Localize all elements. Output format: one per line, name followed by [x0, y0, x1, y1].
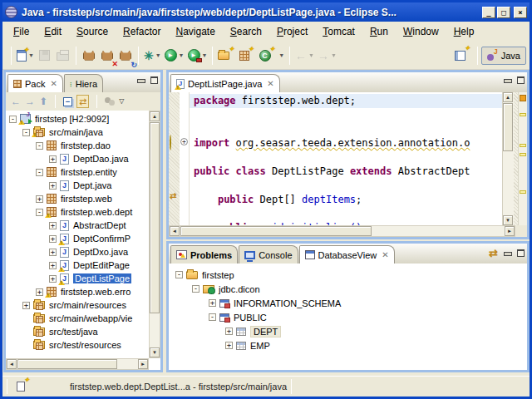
menu-search[interactable]: Search: [223, 23, 269, 40]
tab-type-hierarchy[interactable]: ⁝ Hiera: [64, 74, 103, 92]
scroll-up-icon[interactable]: ▲: [150, 111, 160, 121]
fast-view-button[interactable]: ✦: [15, 377, 33, 397]
link-with-editor-button[interactable]: ⇄: [76, 95, 89, 108]
expand-imports-icon[interactable]: +: [180, 138, 188, 145]
tree-row-selected[interactable]: DEPT: [175, 324, 527, 338]
warning-annotation-icon[interactable]: [170, 135, 171, 150]
tree-row[interactable]: src/main/webapp/vie: [9, 312, 149, 325]
maximize-view-icon[interactable]: [150, 76, 158, 84]
up-button[interactable]: ⬆: [39, 96, 47, 107]
menu-project[interactable]: Project: [269, 23, 315, 40]
scrollbar-thumb[interactable]: [17, 359, 117, 369]
minimize-view-icon[interactable]: [504, 249, 511, 257]
tomcat-stop-button[interactable]: ✕: [98, 46, 116, 66]
tree-row[interactable]: src/main/java: [9, 126, 149, 139]
tree-row[interactable]: JDeptConfirmP: [9, 232, 149, 245]
menu-run[interactable]: Run: [362, 23, 396, 40]
menu-edit[interactable]: Edit: [37, 23, 69, 40]
menu-source[interactable]: Source: [69, 23, 116, 40]
tree-row[interactable]: JDept.java: [9, 179, 149, 192]
minimize-button[interactable]: _: [482, 7, 495, 18]
new-package-button[interactable]: ✦: [238, 46, 258, 66]
expander-icon[interactable]: [36, 169, 43, 176]
tree-row[interactable]: jdbc.dicon: [175, 282, 527, 296]
tree-row[interactable]: JDeptDxo.java: [9, 245, 149, 259]
java-perspective-button[interactable]: Java: [481, 47, 526, 65]
expander-icon[interactable]: [49, 275, 57, 283]
minimize-view-icon[interactable]: [137, 76, 145, 84]
expander-icon[interactable]: [49, 249, 57, 256]
save-button[interactable]: [36, 46, 54, 66]
expander-icon[interactable]: [49, 155, 57, 163]
menu-help[interactable]: Help: [446, 23, 482, 40]
tomcat-restart-button[interactable]: ↻: [116, 46, 135, 66]
expander-icon[interactable]: [225, 328, 233, 335]
scroll-right-icon[interactable]: ►: [138, 359, 148, 369]
tomcat-start-button[interactable]: [80, 46, 98, 66]
back-button[interactable]: ←▼: [293, 46, 316, 66]
menu-window[interactable]: Window: [396, 23, 446, 40]
tab-console[interactable]: Console: [239, 245, 298, 264]
close-tab-icon[interactable]: ✕: [267, 80, 273, 88]
expander-icon[interactable]: [36, 288, 43, 296]
scrollbar-thumb[interactable]: [503, 103, 513, 151]
tab-package-explorer[interactable]: Pack ✕: [7, 74, 63, 92]
override-annotation-icon[interactable]: ⇄: [170, 192, 176, 200]
menu-tomcat[interactable]: Tomcat: [315, 23, 362, 40]
expander-icon[interactable]: [36, 142, 43, 150]
scrollbar-thumb[interactable]: [150, 122, 160, 313]
maximize-view-icon[interactable]: [517, 249, 525, 257]
tree-row[interactable]: INFORMATION_SCHEMA: [175, 296, 527, 310]
external-tools-button[interactable]: ►▼: [186, 46, 209, 66]
tree-row[interactable]: JDeptDao.java: [9, 152, 149, 165]
tree-row[interactable]: src/main/resources: [9, 298, 149, 312]
menu-file[interactable]: File: [6, 23, 37, 40]
minimize-view-icon[interactable]: [504, 76, 511, 84]
expander-icon[interactable]: [36, 209, 43, 216]
scrollbar-thumb[interactable]: [180, 226, 372, 236]
collapse-all-button[interactable]: −: [63, 97, 72, 106]
menu-refactor[interactable]: Refactor: [116, 23, 168, 40]
expander-icon[interactable]: [49, 222, 57, 229]
scroll-left-icon[interactable]: ◄: [7, 359, 17, 369]
overview-ruler[interactable]: [518, 92, 527, 225]
tab-problems[interactable]: Problems: [170, 245, 238, 264]
tree-row[interactable]: firststep: [175, 268, 527, 282]
expander-icon[interactable]: [49, 235, 57, 243]
run-button[interactable]: ►▼: [163, 46, 186, 66]
back-history-button[interactable]: ←: [11, 96, 21, 107]
tree-row[interactable]: JAbstractDept: [9, 219, 149, 232]
tree-row[interactable]: firststep.web.erro: [9, 285, 149, 298]
view-menu-button[interactable]: ▽: [119, 96, 124, 107]
print-button[interactable]: [54, 46, 72, 66]
forward-button[interactable]: →▼: [316, 46, 338, 66]
tree-row[interactable]: firststep.entity: [9, 165, 149, 179]
close-tab-icon[interactable]: ✕: [50, 80, 57, 88]
vertical-scrollbar[interactable]: ▲ ▼: [149, 111, 160, 358]
expander-icon[interactable]: [225, 342, 233, 349]
tree-row[interactable]: src/test/java: [9, 325, 149, 338]
expander-icon[interactable]: [192, 285, 200, 293]
forward-history-button[interactable]: →: [25, 96, 35, 107]
debug-button[interactable]: ✳▼: [142, 46, 163, 66]
overview-warning-mark[interactable]: [520, 190, 526, 194]
tree-row[interactable]: firststep [H2:9092]: [9, 112, 149, 126]
overview-warning-mark[interactable]: [520, 153, 526, 156]
tree-row[interactable]: firststep.dao: [9, 139, 149, 152]
tree-row[interactable]: src/test/resources: [9, 338, 149, 352]
editor-vertical-scrollbar[interactable]: ▲ ▼: [502, 92, 514, 225]
scroll-left-icon[interactable]: ◄: [170, 226, 180, 236]
code-area[interactable]: package firststep.web.dept; import org.s…: [190, 92, 502, 225]
close-button[interactable]: ×: [514, 7, 527, 18]
menu-navigate[interactable]: Navigate: [168, 23, 222, 40]
expander-icon[interactable]: [49, 182, 57, 190]
tree-row[interactable]: firststep.web: [9, 192, 149, 205]
expander-icon[interactable]: [22, 302, 30, 309]
expander-icon[interactable]: [175, 271, 183, 278]
new-web-project-button[interactable]: ✦: [216, 46, 238, 66]
scroll-down-icon[interactable]: ▼: [503, 215, 513, 225]
scroll-right-icon[interactable]: ►: [505, 226, 515, 236]
tree-row-selected[interactable]: JDeptListPage: [9, 272, 149, 285]
overview-warning-mark[interactable]: [520, 144, 526, 147]
tree-row[interactable]: firststep.web.dept: [9, 205, 149, 219]
